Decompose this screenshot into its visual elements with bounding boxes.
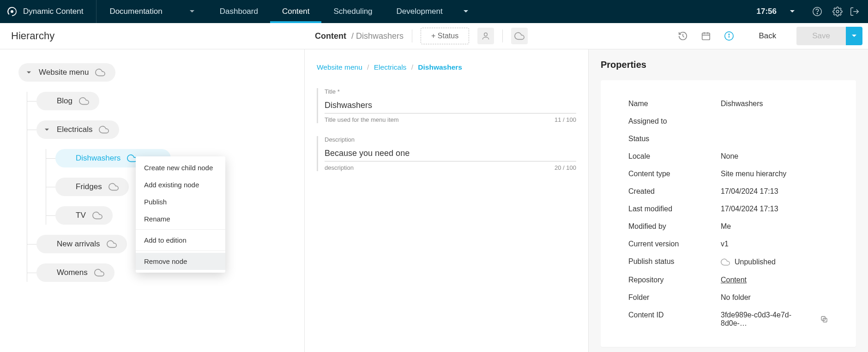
menu-add-to-edition[interactable]: Add to edition — [136, 232, 225, 249]
prop-content-id: Content ID 3fde989e-c0d3-4e7d-8d0e-… — [628, 306, 828, 332]
time-dropdown[interactable]: 17:56 — [757, 7, 807, 16]
top-nav: Dashboard Content Scheduling Development — [208, 0, 477, 23]
tree-node-womens[interactable]: Womens — [36, 263, 115, 282]
menu-create-child-node[interactable]: Create new child node — [136, 159, 225, 176]
repository-link[interactable]: Content — [721, 276, 828, 284]
breadcrumb-mid[interactable]: Electricals — [374, 63, 407, 71]
cloud-icon — [721, 257, 730, 267]
properties-panel: Properties NameDishwashers Assigned to S… — [589, 49, 868, 352]
menu-remove-node[interactable]: Remove node — [136, 253, 225, 270]
menu-publish[interactable]: Publish — [136, 193, 225, 210]
tree-node-label: Dishwashers — [76, 154, 121, 163]
editor-panel: Website menu / Electricals / Dishwashers… — [305, 49, 589, 352]
menu-rename[interactable]: Rename — [136, 210, 225, 227]
nav-content[interactable]: Content — [270, 0, 322, 23]
chevron-down-icon — [790, 9, 795, 14]
description-field-group: Description description 20 / 100 — [317, 136, 576, 171]
prop-publish-status: Publish status Unpublished — [628, 253, 828, 271]
schedule-icon[interactable] — [697, 31, 715, 41]
svg-point-2 — [817, 13, 817, 14]
brand: Dynamic Content — [0, 0, 96, 23]
title-input[interactable] — [325, 98, 576, 113]
chevron-down-icon — [25, 70, 32, 75]
back-button[interactable]: Back — [743, 27, 792, 45]
time-label: 17:56 — [757, 7, 777, 16]
cloud-icon — [79, 96, 89, 106]
help-icon[interactable] — [807, 6, 827, 17]
prop-status: Status — [628, 130, 828, 148]
content-path-crumb: Content / Dishwashers — [315, 31, 404, 41]
toolbar-row: Hierarchy Content / Dishwashers + Status… — [0, 23, 868, 49]
title-help-text: Title used for the menu item — [325, 116, 399, 123]
publish-status-value: Unpublished — [735, 258, 776, 266]
tree-node-blog[interactable]: Blog — [36, 92, 99, 110]
menu-add-existing-node[interactable]: Add existing node — [136, 176, 225, 193]
prop-modified-by: Modified byMe — [628, 218, 828, 235]
main: Website menu Blog Electricals — [0, 49, 868, 352]
logout-icon[interactable] — [848, 6, 868, 17]
svg-point-0 — [11, 10, 13, 13]
hierarchy-panel: Website menu Blog Electricals — [0, 49, 305, 352]
tree-node-label: Womens — [57, 268, 88, 277]
crumb-sub: / Dishwashers — [351, 31, 404, 41]
info-icon[interactable] — [720, 31, 738, 41]
nav-dashboard[interactable]: Dashboard — [208, 0, 270, 23]
settings-icon[interactable] — [827, 6, 848, 17]
save-dropdown-button[interactable] — [846, 27, 862, 45]
breadcrumb-root[interactable]: Website menu — [317, 63, 362, 71]
tree-node-label: Fridges — [76, 182, 102, 191]
history-icon[interactable] — [674, 31, 692, 41]
content-id-value: 3fde989e-c0d3-4e7d-8d0e-… — [721, 311, 815, 328]
svg-point-7 — [729, 34, 730, 35]
tree-node-tv[interactable]: TV — [55, 206, 113, 225]
prop-current-version: Current versionv1 — [628, 235, 828, 253]
nav-development[interactable]: Development — [385, 0, 455, 23]
documentation-label: Documentation — [109, 7, 162, 16]
add-status-button[interactable]: + Status — [421, 28, 469, 44]
breadcrumb-current: Dishwashers — [418, 63, 462, 71]
editor-breadcrumb: Website menu / Electricals / Dishwashers — [317, 63, 576, 72]
tree-node-new-arrivals[interactable]: New arrivals — [36, 235, 127, 253]
description-char-count: 20 / 100 — [555, 164, 576, 171]
properties-header: Properties — [589, 49, 868, 80]
prop-content-type: Content typeSite menu hierarchy — [628, 165, 828, 183]
menu-separator — [136, 251, 225, 251]
cloud-icon — [94, 268, 104, 278]
prop-repository: RepositoryContent — [628, 271, 828, 289]
tree-node-label: New arrivals — [57, 239, 100, 249]
description-label: Description — [325, 136, 576, 143]
divider — [502, 30, 503, 42]
brand-text: Dynamic Content — [23, 7, 83, 16]
svg-rect-5 — [702, 33, 710, 40]
documentation-dropdown[interactable]: Documentation — [96, 0, 207, 23]
tree-root-website-menu[interactable]: Website menu — [18, 63, 115, 82]
hierarchy-title: Hierarchy — [11, 30, 305, 42]
tree-node-label: Electricals — [57, 125, 92, 134]
publish-status-button[interactable] — [511, 28, 528, 44]
node-context-menu: Create new child node Add existing node … — [136, 156, 225, 273]
title-char-count: 11 / 100 — [555, 116, 576, 123]
assignee-button[interactable] — [477, 28, 494, 44]
nav-scheduling[interactable]: Scheduling — [321, 0, 384, 23]
tree-root-label: Website menu — [39, 68, 89, 77]
chevron-down-icon — [43, 127, 50, 132]
prop-folder: FolderNo folder — [628, 289, 828, 306]
copy-icon[interactable] — [820, 315, 828, 323]
title-field-group: Title * Title used for the menu item 11 … — [317, 88, 576, 123]
nav-more-dropdown[interactable] — [455, 0, 477, 23]
cloud-icon — [92, 210, 102, 221]
prop-name: NameDishwashers — [628, 95, 828, 113]
crumb-root: Content — [315, 31, 346, 41]
save-button[interactable]: Save — [796, 27, 846, 45]
topbar: Dynamic Content Documentation Dashboard … — [0, 0, 868, 23]
svg-point-4 — [484, 33, 488, 36]
tree-node-label: TV — [76, 211, 86, 220]
prop-locale: LocaleNone — [628, 148, 828, 165]
description-input[interactable] — [325, 146, 576, 161]
cloud-icon — [95, 67, 105, 78]
description-help-text: description — [325, 164, 354, 171]
tree-node-electricals[interactable]: Electricals — [36, 120, 119, 139]
prop-assigned-to: Assigned to — [628, 113, 828, 130]
tree-node-fridges[interactable]: Fridges — [55, 178, 129, 196]
brand-logo-icon — [6, 6, 18, 17]
